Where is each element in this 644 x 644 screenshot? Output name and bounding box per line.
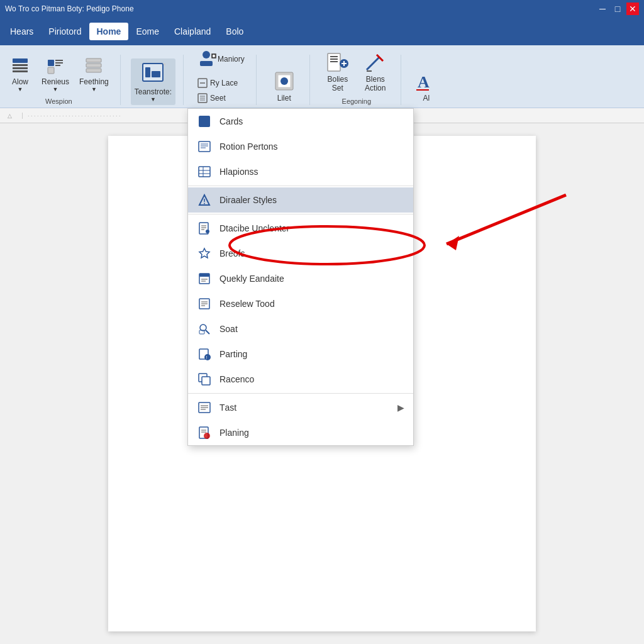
- menu-item-claipland[interactable]: Claipland: [167, 23, 218, 40]
- menu-item-eome[interactable]: Eome: [128, 23, 167, 40]
- svg-rect-3: [13, 70, 28, 72]
- svg-rect-14: [152, 71, 160, 77]
- svg-rect-17: [200, 61, 213, 66]
- alow-icon: [10, 56, 30, 76]
- ribbon-group-teanstrote: Teanstrote: ▼: [131, 55, 184, 105]
- maniory-icon: [197, 48, 218, 69]
- ribbon-btn-alow[interactable]: Alow ▼: [5, 53, 35, 95]
- ribbon-group-al: A Al: [411, 55, 449, 105]
- bolies-set-icon: [326, 51, 349, 74]
- dropdown-item-tast[interactable]: Тast ▶: [188, 395, 413, 420]
- svg-rect-11: [86, 69, 101, 72]
- svg-rect-46: [199, 167, 210, 177]
- ribbon-btn-seet[interactable]: Seet: [194, 91, 230, 105]
- svg-rect-33: [330, 61, 338, 62]
- ribbon-buttons-group1: Alow ▼ Renieus ▼ Feething ▼: [5, 53, 113, 95]
- tast-submenu-arrow: ▶: [397, 402, 404, 413]
- svg-rect-32: [330, 58, 338, 60]
- maximize-button[interactable]: □: [611, 3, 624, 15]
- svg-rect-8: [48, 67, 54, 74]
- dropdown-item-hlapionss[interactable]: Hlapionss: [188, 159, 413, 184]
- diraaler-styles-icon: [197, 192, 212, 208]
- separator-2: [188, 214, 413, 214]
- svg-rect-4: [48, 60, 54, 66]
- group-label-wespion: Wespion: [45, 97, 72, 105]
- ribbon-btn-al[interactable]: A Al: [411, 67, 441, 105]
- svg-rect-6: [55, 62, 63, 64]
- dropdown-item-rotion-pertons[interactable]: Rotion Pertons: [188, 134, 413, 159]
- ribbon-buttons-eegoning: Bolies Set Blens Action: [320, 48, 393, 95]
- ribbon-btn-bolies-set[interactable]: Bolies Set: [320, 48, 355, 95]
- svg-point-71: [204, 354, 211, 360]
- separator-1: [188, 186, 413, 186]
- ribbon-btn-ry-lace[interactable]: Ry Lace: [194, 76, 242, 90]
- dropdown-item-diraaler-styles[interactable]: Diraaler Styles: [188, 187, 413, 213]
- svg-rect-57: [206, 230, 209, 233]
- cards-icon: [197, 114, 212, 129]
- teanstrote-icon: [140, 61, 165, 86]
- svg-point-80: [204, 433, 210, 439]
- svg-point-16: [203, 51, 210, 58]
- planing-icon: [197, 425, 212, 440]
- parting-icon: !: [197, 347, 212, 362]
- title-controls: ─ □ ✕: [596, 3, 639, 15]
- menu-item-hears[interactable]: Hears: [3, 23, 41, 40]
- ry-lace-label: Ry Lace: [210, 79, 238, 87]
- svg-rect-7: [55, 65, 60, 66]
- svg-rect-74: [202, 377, 210, 385]
- minimize-button[interactable]: ─: [596, 3, 609, 15]
- ribbon-group-maniory: Maniory Ry Lace Seet: [194, 55, 257, 105]
- svg-line-37: [367, 57, 379, 70]
- ribbon-group-wespion: Alow ▼ Renieus ▼ Feething ▼ Wespion: [5, 55, 121, 105]
- svg-rect-42: [199, 142, 210, 152]
- dropdown-item-dtacibe-unclenter[interactable]: Dtacibe Unclenter: [188, 216, 413, 241]
- svg-text:!: !: [206, 355, 208, 360]
- svg-line-68: [206, 330, 209, 334]
- ribbon-group-eegoning: Bolies Set Blens Action Eegoning: [320, 55, 401, 105]
- svg-point-29: [280, 77, 288, 85]
- group-label-eegoning: Eegoning: [342, 97, 372, 105]
- ribbon-group-lilet: Lilet: [267, 55, 310, 105]
- seet-label: Seet: [210, 94, 226, 103]
- svg-marker-58: [199, 248, 209, 258]
- dropdown-item-parting[interactable]: ! Parting: [188, 341, 413, 367]
- rotion-pertons-icon: [197, 139, 212, 154]
- tast-icon: [197, 400, 212, 415]
- svg-rect-5: [55, 60, 63, 61]
- soat-icon: [197, 321, 212, 336]
- menu-item-piriotord[interactable]: Piriotord: [41, 23, 89, 40]
- dropdown-menu[interactable]: Cards Rotion Pertons Hlapionss Diraaler …: [187, 108, 414, 446]
- svg-rect-1: [13, 64, 28, 66]
- al-icon: A: [415, 70, 438, 92]
- menu-item-bolo[interactable]: Bolo: [218, 23, 251, 40]
- lilet-icon: [273, 70, 296, 92]
- separator-3: [188, 393, 413, 394]
- dropdown-item-racenco[interactable]: Racenco: [188, 367, 413, 392]
- quekly-eandaite-icon: [197, 271, 212, 286]
- ribbon-btn-feething[interactable]: Feething ▼: [75, 53, 113, 95]
- svg-rect-60: [199, 274, 209, 277]
- dropdown-item-quekly-eandaite[interactable]: Quekly Eandaite: [188, 266, 413, 291]
- dropdown-item-reselew-tood[interactable]: Reselew Tood: [188, 291, 413, 316]
- ribbon-btn-blens-action[interactable]: Blens Action: [358, 48, 393, 95]
- close-button[interactable]: ✕: [626, 3, 639, 15]
- svg-point-52: [204, 203, 205, 204]
- menu-item-home[interactable]: Home: [89, 23, 129, 40]
- dtacibe-unclenter-icon: [197, 221, 212, 236]
- dropdown-item-breofs[interactable]: Breofs: [188, 241, 413, 266]
- svg-rect-13: [145, 67, 150, 77]
- title-bar: Wo Tro co Pitman Boty: Pedigo Phone ─ □ …: [0, 0, 644, 18]
- dropdown-item-soat[interactable]: Soat: [188, 316, 413, 341]
- blens-action-icon: [364, 51, 387, 74]
- ribbon-btn-lilet[interactable]: Lilet: [267, 67, 302, 105]
- dropdown-item-planing[interactable]: Planing: [188, 420, 413, 445]
- hlapionss-icon: [197, 164, 212, 179]
- dropdown-item-cards[interactable]: Cards: [188, 109, 413, 134]
- ribbon-btn-maniory[interactable]: Maniory: [194, 46, 248, 72]
- ribbon-btn-teanstrote[interactable]: Teanstrote: ▼: [131, 58, 175, 105]
- ribbon-btn-renieus[interactable]: Renieus ▼: [38, 53, 73, 95]
- svg-rect-9: [86, 58, 101, 62]
- feething-icon: [84, 56, 104, 76]
- reselew-tood-icon: [197, 296, 212, 311]
- menu-bar: Hears Piriotord Home Eome Claipland Bolo: [0, 18, 644, 45]
